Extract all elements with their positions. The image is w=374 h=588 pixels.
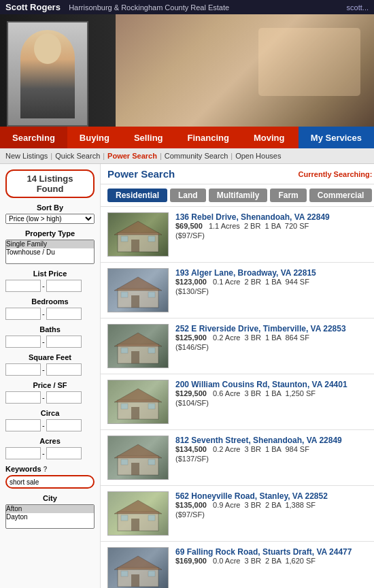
list-price-label: List Price xyxy=(5,270,95,278)
nav-item-selling[interactable]: Selling xyxy=(122,127,175,148)
svg-rect-19 xyxy=(148,404,155,409)
svg-marker-26 xyxy=(114,500,162,514)
keywords-input[interactable] xyxy=(5,475,95,489)
sub-nav: New Listings | Quick Search | Power Sear… xyxy=(0,148,374,164)
agent-photo xyxy=(7,21,88,127)
bedrooms-min[interactable] xyxy=(5,308,41,320)
nav-item-searching[interactable]: Searching xyxy=(0,127,67,148)
svg-rect-24 xyxy=(148,459,155,465)
listing-ppsf: ($130/SF) xyxy=(175,287,372,295)
svg-rect-2 xyxy=(131,240,139,252)
sort-by-select[interactable]: Price (low > high) Price (high > low) Ad… xyxy=(5,214,95,224)
listing-address[interactable]: 200 William Cousins Rd, Staunton, VA 244… xyxy=(175,380,347,389)
square-feet-label: Square Feet xyxy=(5,353,95,361)
bedrooms-range: - xyxy=(5,308,95,320)
acres-label: Acres xyxy=(5,437,95,445)
baths-max[interactable] xyxy=(46,336,82,348)
circa-min[interactable] xyxy=(5,419,41,431)
listing-thumbnail xyxy=(107,380,169,424)
svg-rect-8 xyxy=(121,292,128,297)
list-price-max[interactable] xyxy=(46,280,82,292)
listing-price: $134,500 xyxy=(175,445,207,453)
baths-min[interactable] xyxy=(5,336,41,348)
square-feet-range: - xyxy=(5,363,95,376)
listing-item: 562 Honeyville Road, Stanley, VA 22852 $… xyxy=(101,486,374,542)
listing-ppsf: ($97/SF) xyxy=(175,510,372,519)
bedrooms-section: Bedrooms - xyxy=(5,297,95,320)
listing-details: $134,500 0.2 Acre 3 BR 1 BA 984 SF ($137… xyxy=(175,445,372,463)
page-title-bar: Power Search Currently Searching: xyxy=(101,164,374,184)
acres-max[interactable] xyxy=(46,447,82,459)
subnav-new-listings[interactable]: New Listings xyxy=(5,152,48,160)
nav-item-moving[interactable]: Moving xyxy=(241,127,297,148)
right-panel: Power Search Currently Searching: Reside… xyxy=(101,164,374,588)
svg-rect-4 xyxy=(148,236,155,242)
person-silhouette xyxy=(20,30,75,118)
square-feet-max[interactable] xyxy=(46,363,82,376)
listing-item: 136 Rebel Drive, Shenandoah, VA 22849 $6… xyxy=(101,207,374,263)
listing-address[interactable]: 193 Alger Lane, Broadway, VA 22815 xyxy=(175,268,316,278)
listings-found-badge: 14 Listings Found xyxy=(5,169,95,198)
bedrooms-label: Bedrooms xyxy=(5,297,95,306)
listing-thumbnail xyxy=(107,268,169,312)
subnav-community-search[interactable]: Community Search xyxy=(165,152,228,160)
price-per-sf-min[interactable] xyxy=(5,391,41,404)
nav-item-my-services[interactable]: My Services xyxy=(299,127,374,148)
listing-info: 200 William Cousins Rd, Staunton, VA 244… xyxy=(175,380,372,424)
circa-max[interactable] xyxy=(46,419,82,431)
price-per-sf-label: Price / SF xyxy=(5,381,95,389)
tab-multifamily[interactable]: Multifamily xyxy=(209,189,268,202)
subnav-open-houses[interactable]: Open Houses xyxy=(235,152,281,160)
listing-price: $169,900 xyxy=(175,557,207,565)
svg-rect-34 xyxy=(148,571,155,576)
listing-address[interactable]: 136 Rebel Drive, Shenandoah, VA 22849 xyxy=(175,212,330,222)
acres-section: Acres - xyxy=(5,437,95,459)
subnav-quick-search[interactable]: Quick Search xyxy=(55,152,100,160)
svg-marker-16 xyxy=(114,389,162,402)
property-type-tabs: Residential Land Multifamily Farm Commer… xyxy=(101,184,374,207)
listing-address[interactable]: 252 E Riverside Drive, Timberville, VA 2… xyxy=(175,324,346,333)
listing-details: $125,900 0.2 Acre 3 BR 1 BA 864 SF ($146… xyxy=(175,333,372,351)
property-type-select[interactable]: Single Family Townhouse / Du xyxy=(5,240,95,264)
listing-ppsf: ($104/SF) xyxy=(175,399,372,407)
keywords-help-icon[interactable]: ? xyxy=(44,466,48,473)
price-per-sf-section: Price / SF - xyxy=(5,381,95,404)
company-name: Harrisonburg & Rockingham County Real Es… xyxy=(69,3,229,12)
tab-commercial[interactable]: Commercial xyxy=(309,189,373,202)
city-section: City Afton Dayton xyxy=(5,494,95,529)
listings-list: 136 Rebel Drive, Shenandoah, VA 22849 $6… xyxy=(101,207,374,588)
square-feet-section: Square Feet - xyxy=(5,353,95,376)
list-price-min[interactable] xyxy=(5,280,41,292)
svg-rect-3 xyxy=(121,236,128,242)
listing-ppsf: ($97/SF) xyxy=(175,231,372,240)
sort-by-label: Sort By xyxy=(5,203,95,212)
baths-range: - xyxy=(5,336,95,348)
baths-label: Baths xyxy=(5,325,95,333)
nav-item-financing[interactable]: Financing xyxy=(175,127,241,148)
main-nav: Searching Buying Selling Financing Movin… xyxy=(0,127,374,148)
bedrooms-max[interactable] xyxy=(46,308,82,320)
city-select[interactable]: Afton Dayton xyxy=(5,504,95,529)
property-type-label: Property Type xyxy=(5,229,95,238)
listing-info: 562 Honeyville Road, Stanley, VA 22852 $… xyxy=(175,491,372,536)
tab-farm[interactable]: Farm xyxy=(270,189,306,202)
city-label: City xyxy=(5,494,95,502)
listing-price: $129,500 xyxy=(175,389,207,397)
listing-address[interactable]: 562 Honeyville Road, Stanley, VA 22852 xyxy=(175,491,328,501)
price-per-sf-max[interactable] xyxy=(46,391,82,404)
listing-address[interactable]: 812 Seventh Street, Shenandoah, VA 22849 xyxy=(175,436,342,445)
listing-address[interactable]: 69 Falling Rock Road, Stuarts Draft, VA … xyxy=(175,547,352,557)
listing-thumbnail xyxy=(107,547,169,588)
keywords-label: Keywords xyxy=(5,465,41,473)
listing-price: $125,900 xyxy=(175,333,207,342)
list-price-section: List Price - xyxy=(5,270,95,292)
listing-price: $69,500 xyxy=(175,222,203,230)
nav-item-buying[interactable]: Buying xyxy=(67,127,122,148)
list-price-range: - xyxy=(5,280,95,292)
square-feet-min[interactable] xyxy=(5,363,41,376)
svg-marker-1 xyxy=(114,221,162,235)
tab-land[interactable]: Land xyxy=(170,189,206,202)
tab-residential[interactable]: Residential xyxy=(107,189,167,202)
acres-min[interactable] xyxy=(5,447,41,459)
subnav-power-search[interactable]: Power Search xyxy=(107,152,157,160)
